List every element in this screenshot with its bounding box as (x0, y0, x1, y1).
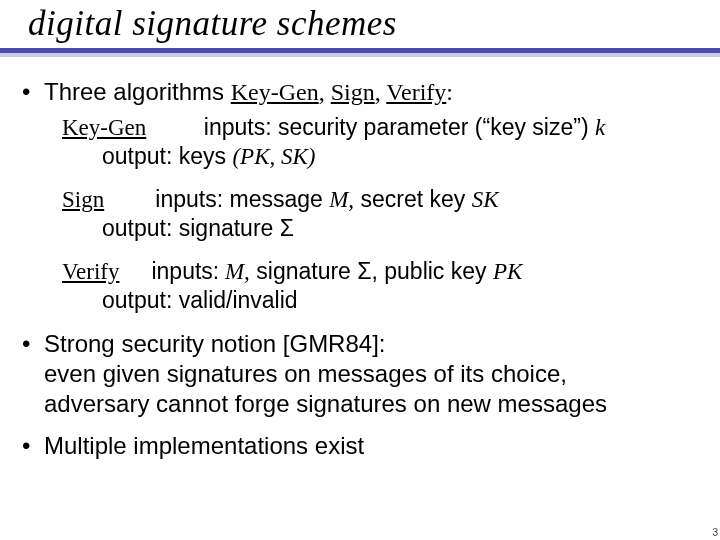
sign-indesc1: message (223, 186, 329, 212)
bullet-dot: • (22, 329, 44, 359)
b2-l1: Strong security notion [GMR84]: (44, 329, 607, 359)
keygen-line2: output: keys (PK, SK) (62, 142, 702, 171)
keygen-inlabel: inputs: (204, 114, 272, 140)
keygen-outdesc1: keys (172, 143, 232, 169)
verify-inlabel: inputs: (151, 258, 219, 284)
bullet-3-text: Multiple implementations exist (44, 431, 364, 461)
b1-keygen: Key-Gen (231, 79, 319, 105)
sign-outlabel: output: (102, 215, 172, 241)
b1-pre: Three algorithms (44, 78, 231, 105)
sign-M: M, (329, 187, 354, 212)
b1-sign: Sign (331, 79, 375, 105)
keygen-outdesc2: (PK, SK) (232, 144, 315, 169)
verify-outlabel: output: (102, 287, 172, 313)
verify-M: M, (219, 259, 250, 284)
verify-name: Verify (62, 259, 119, 284)
keygen-block: Key-Gen inputs: security parameter (“key… (62, 113, 702, 171)
keygen-indesc: security parameter (“key size”) (272, 114, 595, 140)
keygen-line1: Key-Gen inputs: security parameter (“key… (62, 113, 702, 142)
b1-c1: , (319, 79, 331, 105)
keygen-outlabel: output: (102, 143, 172, 169)
sign-inlabel: inputs: (155, 186, 223, 212)
bullet-3: • Multiple implementations exist (22, 431, 702, 461)
slide-title: digital signature schemes (18, 0, 702, 46)
sign-line2: output: signature Σ (62, 214, 702, 243)
b2-l2: even given signatures on messages of its… (44, 359, 607, 389)
bullet-dot: • (22, 431, 44, 461)
bullet-1-text: Three algorithms Key-Gen, Sign, Verify: (44, 77, 453, 107)
sign-outdesc: signature Σ (172, 215, 294, 241)
sign-SK: SK (472, 187, 499, 212)
sign-indesc2: secret key (354, 186, 472, 212)
verify-indesc1: signature Σ, public key (250, 258, 493, 284)
keygen-k: k (595, 115, 605, 140)
verify-line2: output: valid/invalid (62, 286, 702, 315)
bullet-2-text: Strong security notion [GMR84]: even giv… (44, 329, 607, 419)
sign-line1: Sign inputs: message M, secret key SK (62, 185, 702, 214)
sign-name: Sign (62, 187, 104, 212)
bullet-dot: • (22, 77, 44, 107)
page-number: 3 (712, 527, 718, 538)
sign-block: Sign inputs: message M, secret key SK ou… (62, 185, 702, 243)
b1-verify: Verify (386, 79, 446, 105)
slide-content: • Three algorithms Key-Gen, Sign, Verify… (0, 57, 720, 461)
b1-c2: , (375, 79, 387, 105)
keygen-name: Key-Gen (62, 115, 146, 140)
b2-l3: adversary cannot forge signatures on new… (44, 389, 607, 419)
verify-outdesc: valid/invalid (172, 287, 297, 313)
verify-block: Verify inputs: M, signature Σ, public ke… (62, 257, 702, 315)
bullet-2: • Strong security notion [GMR84]: even g… (22, 329, 702, 419)
verify-line1: Verify inputs: M, signature Σ, public ke… (62, 257, 702, 286)
verify-PK: PK (493, 259, 522, 284)
b1-post: : (446, 79, 453, 105)
bullet-1: • Three algorithms Key-Gen, Sign, Verify… (22, 77, 702, 107)
